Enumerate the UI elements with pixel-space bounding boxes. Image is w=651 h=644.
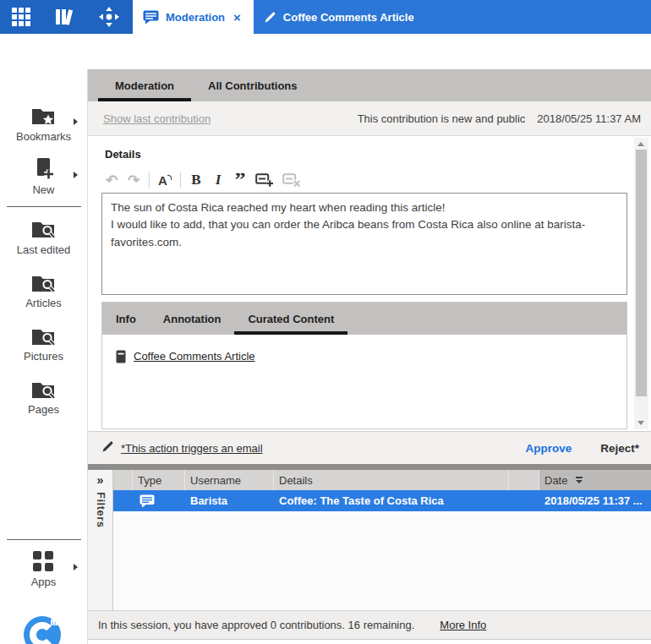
contribution-status-text: This contribution is new and public <box>358 112 526 125</box>
bookmarks-folder-icon[interactable] <box>31 106 57 132</box>
bookmarks-expand-arrow[interactable] <box>74 118 78 125</box>
contribution-info-panel: Info Annotation Curated Content Coffee C… <box>101 302 627 429</box>
grid-header-date[interactable]: Date <box>539 470 651 490</box>
apps-icon[interactable] <box>33 551 53 575</box>
sidebar-item-bookmarks[interactable]: Bookmarks <box>0 130 87 143</box>
remove-format-icon[interactable]: A <box>158 173 172 188</box>
show-last-contribution-link[interactable]: Show last contribution <box>103 112 211 125</box>
details-scrollbar[interactable] <box>634 138 648 429</box>
grid-header-spacer <box>509 470 539 490</box>
richtext-toolbar: ↶ ↷ A B I ” <box>105 168 301 192</box>
scrollbar-thumb[interactable] <box>636 150 647 396</box>
sidebar-divider <box>7 539 81 540</box>
cell-details: Coffee: The Taste of Costa Rica <box>279 490 444 511</box>
document-icon <box>116 350 126 367</box>
details-section: Details ↶ ↷ A B I ” The sun of Costa Ric… <box>88 136 651 431</box>
moderation-panel: Moderation All Contributions Show last c… <box>87 69 651 644</box>
top-tab-article[interactable]: Coffee Comments Article <box>254 0 424 34</box>
grid-header-type[interactable]: Type <box>133 470 185 490</box>
cell-username: Barista <box>190 490 227 511</box>
filters-panel-collapsed[interactable]: » Filters <box>88 470 113 610</box>
sidebar-divider <box>7 206 81 207</box>
tab-info[interactable]: Info <box>102 303 150 335</box>
coremedia-logo[interactable] <box>23 615 62 644</box>
more-info-link[interactable]: More Info <box>440 619 486 631</box>
action-bar: *This action triggers an email Approve R… <box>88 431 651 464</box>
panel-tabbar: Moderation All Contributions <box>88 69 651 101</box>
new-expand-arrow[interactable] <box>74 172 78 178</box>
top-tab-article-label: Coffee Comments Article <box>283 11 414 24</box>
pencil-icon <box>264 11 276 24</box>
close-icon[interactable]: × <box>233 10 241 25</box>
top-tab-moderation-label: Moderation <box>166 11 225 24</box>
curated-content-link[interactable]: Coffee Comments Article <box>134 350 255 363</box>
remove-format-hook <box>167 175 172 180</box>
bold-icon[interactable]: B <box>189 172 203 188</box>
expand-filters-icon[interactable]: » <box>88 473 112 487</box>
session-summary-text: In this session, you have approved 0 con… <box>98 619 414 631</box>
grid-header-username[interactable]: Username <box>185 470 274 490</box>
apps-grid-icon[interactable] <box>12 8 30 26</box>
reject-button[interactable]: Reject* <box>600 442 639 455</box>
sidebar-item-pictures[interactable]: Pictures <box>0 350 87 363</box>
new-document-icon[interactable] <box>35 157 55 184</box>
pencil-icon <box>101 440 114 456</box>
curated-content-panel: Coffee Comments Article <box>102 335 626 428</box>
folder-search-icon[interactable] <box>31 220 57 245</box>
sidebar-item-new[interactable]: New <box>0 183 87 196</box>
contributions-grid: » Filters Type Username Details Date Bar… <box>88 470 651 610</box>
undo-icon[interactable]: ↶ <box>105 172 118 189</box>
blockquote-icon[interactable]: ” <box>233 173 247 187</box>
details-label: Details <box>105 148 141 161</box>
inner-tabbar: Info Annotation Curated Content <box>102 303 626 335</box>
panel-splitter[interactable] <box>88 464 651 470</box>
redo-icon[interactable]: ↷ <box>127 172 140 189</box>
folder-search-icon[interactable] <box>31 327 57 352</box>
left-sidebar: Bookmarks New Last edited Articles Pictu… <box>0 34 87 644</box>
tab-all-contributions[interactable]: All Contributions <box>191 69 314 101</box>
coremedia-studio-window: Moderation × Coffee Comments Article Boo… <box>0 0 651 644</box>
contribution-header-row: Show last contribution This contribution… <box>88 101 651 136</box>
grid-row-selected[interactable]: Barista Coffee: The Taste of Costa Rica … <box>113 490 651 511</box>
session-status-bar: In this session, you have approved 0 con… <box>88 610 651 640</box>
library-icon[interactable] <box>53 7 75 27</box>
top-tab-moderation[interactable]: Moderation × <box>133 0 251 34</box>
top-bar: Moderation × Coffee Comments Article <box>0 0 651 34</box>
remove-link-icon[interactable] <box>282 172 301 188</box>
app-header <box>0 0 133 34</box>
grid-header-details[interactable]: Details <box>274 470 509 490</box>
approve-button[interactable]: Approve <box>525 442 572 455</box>
locate-icon[interactable] <box>98 6 120 28</box>
email-trigger-note[interactable]: *This action triggers an email <box>121 442 263 455</box>
italic-icon[interactable]: I <box>211 172 225 188</box>
folder-search-icon[interactable] <box>31 380 57 406</box>
sidebar-item-pages[interactable]: Pages <box>0 403 87 416</box>
add-link-icon[interactable] <box>255 172 274 188</box>
tab-annotation[interactable]: Annotation <box>150 303 235 335</box>
scroll-up-icon[interactable] <box>637 142 644 146</box>
folder-search-icon[interactable] <box>31 274 57 299</box>
cell-date: 2018/05/25 11:37 ... <box>544 490 643 511</box>
toolbar-divider <box>180 172 181 188</box>
tab-curated-content[interactable]: Curated Content <box>234 303 347 335</box>
apps-expand-arrow[interactable] <box>74 564 78 570</box>
tab-moderation[interactable]: Moderation <box>98 69 191 101</box>
toolbar-divider <box>149 172 150 188</box>
filters-label: Filters <box>95 492 107 528</box>
moderation-bubble-icon <box>143 10 159 25</box>
contribution-text-editor[interactable]: The sun of Costa Rica reached my heart w… <box>101 193 627 295</box>
sort-descending-icon <box>576 477 583 483</box>
contribution-date: 2018/05/25 11:37 AM <box>537 112 641 125</box>
sidebar-item-apps[interactable]: Apps <box>0 576 87 588</box>
comment-bubble-icon <box>140 490 155 511</box>
scroll-down-icon[interactable] <box>637 421 644 425</box>
grid-header-spacer <box>113 470 133 490</box>
sidebar-item-articles[interactable]: Articles <box>0 297 87 309</box>
sidebar-item-last-edited[interactable]: Last edited <box>0 243 87 256</box>
